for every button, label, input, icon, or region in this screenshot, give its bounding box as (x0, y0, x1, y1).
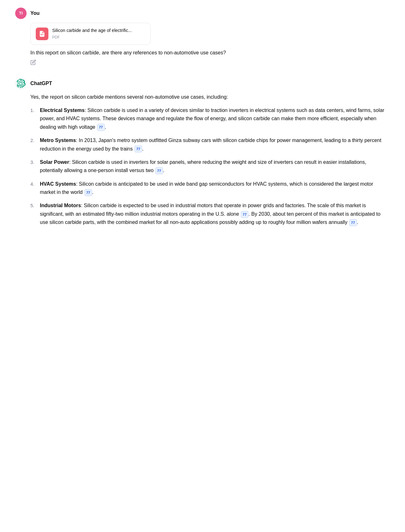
list-bold-2: Metro Systems (40, 138, 76, 143)
chatgpt-logo (16, 79, 26, 88)
list-item-1: 1. Electrical Systems: Silicon carbide i… (30, 106, 390, 131)
list-content-5: Industrial Motors: Silicon carbide is ex… (40, 201, 390, 226)
conversation: TI You Silicon carbide and the age of el… (15, 8, 390, 227)
list-end-2: . (142, 146, 143, 152)
list-number-3: 3. (30, 158, 37, 166)
pdf-type: PDF (52, 34, 132, 40)
citation-5b[interactable]: 77 (349, 219, 357, 226)
user-message-header: TI You (15, 8, 390, 19)
assistant-message-body: Yes, the report on silicon carbide menti… (15, 93, 390, 227)
list-end-1: . (105, 124, 106, 130)
list-item-5: 5. Industrial Motors: Silicon carbide is… (30, 201, 390, 226)
citation-1[interactable]: 77 (97, 124, 105, 131)
user-name: You (30, 9, 40, 17)
intro-text: Yes, the report on silicon carbide menti… (30, 93, 390, 101)
assistant-name: ChatGPT (30, 79, 52, 88)
list-item-4: 4. HVAC Systems: Silicon carbide is anti… (30, 180, 390, 197)
list-bold-5: Industrial Motors (40, 203, 81, 208)
edit-icon-wrapper[interactable] (30, 59, 390, 68)
assistant-message: ChatGPT Yes, the report on silicon carbi… (15, 78, 390, 227)
edit-icon (30, 59, 36, 65)
list-content-3: Solar Power: Silicon carbide is used in … (40, 158, 390, 175)
list-number-4: 4. (30, 180, 37, 188)
response-list: 1. Electrical Systems: Silicon carbide i… (30, 106, 390, 227)
pdf-attachment[interactable]: Silicon carbide and the age of electrifi… (30, 23, 151, 45)
list-text-3: : Silicon carbide is used in inverters f… (40, 159, 366, 173)
pdf-info: Silicon carbide and the age of electrifi… (52, 27, 132, 41)
list-bold-3: Solar Power (40, 159, 69, 165)
avatar-initials: TI (19, 10, 23, 17)
chatgpt-avatar (15, 78, 27, 89)
pdf-icon (39, 30, 46, 37)
user-message-text: In this report on silicon carbide, are t… (30, 49, 390, 57)
user-message-body: Silicon carbide and the age of electrifi… (15, 23, 390, 68)
list-content-1: Electrical Systems: Silicon carbide is u… (40, 106, 390, 131)
list-content-2: Metro Systems: In 2013, Japan's metro sy… (40, 136, 390, 153)
chatgpt-content: Yes, the report on silicon carbide menti… (30, 93, 390, 227)
list-number-2: 2. (30, 136, 37, 145)
citation-2[interactable]: 77 (134, 145, 142, 152)
list-number-5: 5. (30, 201, 37, 210)
list-text-1: : Silicon carbide is used in a variety o… (40, 108, 384, 130)
list-item-3: 3. Solar Power: Silicon carbide is used … (30, 158, 390, 175)
assistant-message-header: ChatGPT (15, 78, 390, 89)
pdf-icon-wrapper (36, 28, 48, 40)
list-text-2: : In 2013, Japan's metro system outfitte… (40, 138, 381, 151)
list-end-3: . (163, 168, 164, 173)
citation-5a[interactable]: 77 (241, 211, 248, 218)
pdf-title: Silicon carbide and the age of electrifi… (52, 27, 132, 34)
list-end-5: . (357, 220, 358, 225)
list-content-4: HVAC Systems: Silicon carbide is anticip… (40, 180, 390, 197)
citation-3[interactable]: 77 (155, 167, 163, 174)
user-message: TI You Silicon carbide and the age of el… (15, 8, 390, 68)
list-item-2: 2. Metro Systems: In 2013, Japan's metro… (30, 136, 390, 153)
citation-4[interactable]: 77 (84, 189, 92, 196)
list-end-4: . (92, 189, 93, 195)
list-bold-1: Electrical Systems (40, 108, 84, 113)
avatar: TI (15, 8, 27, 19)
list-number-1: 1. (30, 106, 37, 114)
list-bold-4: HVAC Systems (40, 181, 76, 187)
